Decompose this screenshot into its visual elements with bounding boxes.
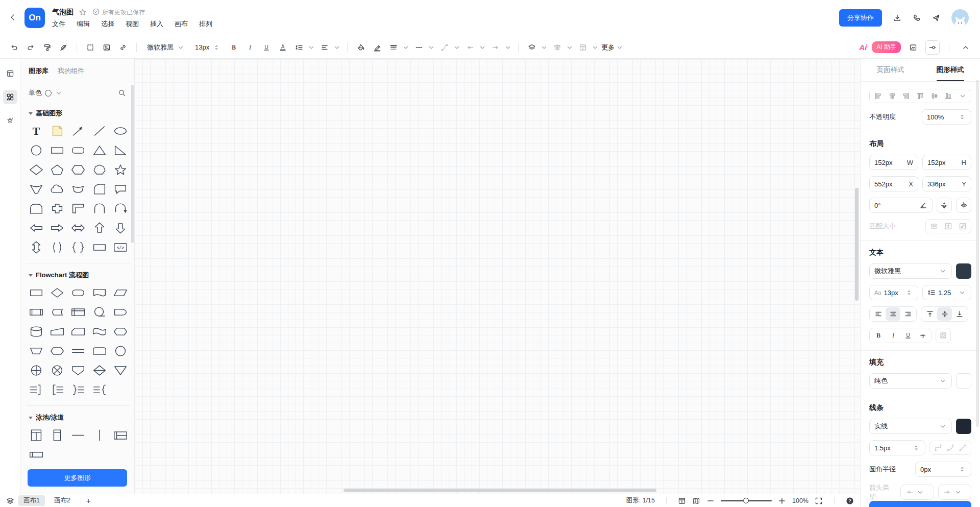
collapse-toolbar-icon[interactable] <box>959 40 973 55</box>
shape-cloud[interactable] <box>46 179 67 199</box>
layers-dropdown[interactable] <box>525 40 548 55</box>
connector-type-dropdown[interactable] <box>437 40 461 55</box>
menu-item-4[interactable]: 视图 <box>126 19 139 29</box>
text-pattern-icon[interactable] <box>936 328 951 343</box>
align-shapes-dropdown[interactable] <box>550 40 574 55</box>
shape-database[interactable] <box>26 322 46 341</box>
shape-rounded-rect[interactable] <box>68 140 89 160</box>
favorite-star-icon[interactable] <box>79 8 87 16</box>
zoom-in-icon[interactable] <box>778 497 786 505</box>
more-shapes-button[interactable]: 更多图形 <box>28 469 127 487</box>
shape-decision[interactable] <box>46 283 67 302</box>
connector-straight-icon[interactable] <box>959 444 967 452</box>
text-size-input[interactable]: Aa 13px <box>869 285 918 300</box>
font-family-select[interactable]: 微软雅黑 <box>143 40 189 55</box>
shape-block-left[interactable] <box>26 218 46 237</box>
align-bottom-icon[interactable] <box>944 92 952 100</box>
text-align-left-icon[interactable] <box>871 307 886 321</box>
shape-terminator[interactable] <box>68 283 89 302</box>
menu-item-3[interactable]: 选择 <box>101 19 114 29</box>
tab-shape-style[interactable]: 图形样式 <box>937 59 964 81</box>
flip-horizontal-icon[interactable] <box>956 198 971 213</box>
insert-link-icon[interactable] <box>116 40 130 55</box>
shape-library-icon[interactable] <box>3 90 17 104</box>
shape-pool-v[interactable] <box>26 425 46 445</box>
align-vmiddle-icon[interactable] <box>930 92 939 100</box>
line-style-dropdown[interactable] <box>412 40 435 55</box>
align-shapes-icon[interactable] <box>550 40 565 55</box>
shape-line[interactable] <box>89 121 110 140</box>
shape-heptagon[interactable] <box>89 160 110 179</box>
shape-rect[interactable] <box>46 140 67 160</box>
arrow-end-select[interactable] <box>938 485 971 500</box>
menu-item-7[interactable]: 排列 <box>199 19 212 29</box>
shape-note[interactable] <box>46 121 67 140</box>
align-top-icon[interactable] <box>916 92 924 100</box>
line-weight-dropdown[interactable] <box>386 40 410 55</box>
x-input[interactable]: 552pxX <box>869 176 918 191</box>
shape-speech[interactable] <box>110 179 131 199</box>
shape-circle[interactable] <box>110 341 131 360</box>
shape-cross[interactable] <box>46 199 67 218</box>
send-icon[interactable] <box>932 14 940 22</box>
flip-vertical-icon[interactable] <box>937 198 952 213</box>
font-color-icon[interactable]: A <box>276 40 290 55</box>
font-size-stepper[interactable]: 13px <box>191 40 225 55</box>
format-painter-icon[interactable] <box>40 40 54 55</box>
italic-icon[interactable]: I <box>886 329 900 342</box>
shape-hexagon[interactable] <box>68 160 89 179</box>
shape-block-down[interactable] <box>110 218 131 237</box>
magic-ai-icon[interactable] <box>3 113 17 128</box>
corner-radius-input[interactable]: 0px <box>915 462 971 477</box>
shape-line-h[interactable] <box>68 425 89 445</box>
fill-color-icon[interactable] <box>354 40 368 55</box>
text-align-center-icon[interactable] <box>886 307 900 321</box>
line-width-input[interactable]: 1.5px <box>869 440 925 455</box>
highlight-icon[interactable] <box>370 40 384 55</box>
shape-shield[interactable] <box>68 360 89 380</box>
shape-ellipse[interactable] <box>110 121 131 140</box>
canvas-vertical-scrollbar[interactable] <box>855 188 859 301</box>
search-icon[interactable] <box>118 89 126 97</box>
angle-input[interactable]: 0° <box>869 198 933 213</box>
shape-document[interactable] <box>89 283 110 302</box>
shape-internal[interactable] <box>68 302 89 322</box>
underline-icon[interactable]: U <box>259 40 274 55</box>
shape-round-corner[interactable] <box>89 179 110 199</box>
avatar[interactable] <box>951 9 969 27</box>
filter-label[interactable]: 单色 <box>29 88 42 98</box>
chevron-down-icon[interactable] <box>959 92 967 100</box>
shape-prep[interactable] <box>110 322 131 341</box>
style-toggle-icon[interactable] <box>925 40 940 55</box>
shape-loop[interactable] <box>89 199 110 218</box>
zoom-out-icon[interactable] <box>706 497 715 505</box>
align-hcenter-icon[interactable] <box>888 92 896 100</box>
shape-subprocess[interactable] <box>26 302 46 322</box>
menu-item-1[interactable]: 文件 <box>52 19 65 29</box>
y-input[interactable]: 336pxY <box>922 176 971 191</box>
shape-parallelogram[interactable] <box>110 283 131 302</box>
canvas-tab-1[interactable]: 画布1 <box>18 495 45 506</box>
shape-manual-input[interactable] <box>46 322 67 341</box>
fit-width-icon[interactable] <box>930 222 938 230</box>
shape-flag-wave[interactable] <box>89 322 110 341</box>
canvas[interactable] <box>135 59 860 494</box>
shape-rounded-top[interactable] <box>89 341 110 360</box>
undo-icon[interactable] <box>7 40 21 55</box>
shape-seq-data[interactable] <box>89 302 110 322</box>
font-color-swatch[interactable] <box>956 263 971 279</box>
shape-block-right[interactable] <box>46 218 67 237</box>
shape-diamond[interactable] <box>26 160 46 179</box>
style-panel-icon[interactable] <box>906 40 920 55</box>
shape-block-both[interactable] <box>68 218 89 237</box>
clear-format-icon[interactable] <box>56 40 70 55</box>
connector-curve-icon[interactable] <box>946 444 954 452</box>
valign-middle-icon[interactable] <box>937 307 952 321</box>
valign-bottom-icon[interactable] <box>952 307 967 321</box>
shape-brace-l[interactable] <box>89 380 110 399</box>
shape-triangle[interactable] <box>89 140 110 160</box>
shape-half-round[interactable] <box>26 199 46 218</box>
shape-cone[interactable] <box>26 179 46 199</box>
shape-corner[interactable] <box>68 199 89 218</box>
template-library-icon[interactable] <box>3 66 17 81</box>
